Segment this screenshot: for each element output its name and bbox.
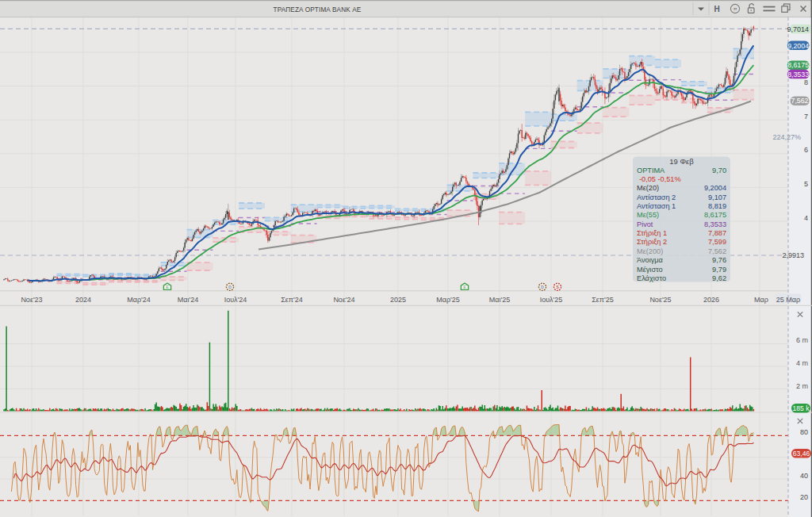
svg-text:224,27%: 224,27%: [772, 133, 801, 141]
svg-text:S: S: [556, 285, 559, 289]
svg-text:Αντίσταση 1: Αντίσταση 1: [637, 202, 676, 210]
svg-text:Ιουλ'24: Ιουλ'24: [224, 296, 247, 304]
svg-text:7: 7: [804, 113, 808, 121]
svg-text:Στήριξη 2: Στήριξη 2: [637, 238, 667, 246]
svg-text:2024: 2024: [75, 296, 91, 304]
svg-text:D: D: [228, 285, 232, 289]
svg-text:2025: 2025: [390, 296, 406, 304]
svg-text:9,62: 9,62: [712, 274, 726, 282]
svg-text:20: 20: [800, 493, 808, 501]
svg-text:H: H: [714, 5, 719, 13]
svg-text:7,562: 7,562: [708, 247, 726, 255]
svg-text:8,819: 8,819: [708, 202, 726, 210]
svg-text:Μαρ'24: Μαρ'24: [127, 296, 151, 304]
svg-text:Μαρ: Μαρ: [754, 296, 768, 304]
svg-text:OPTIMA: OPTIMA: [637, 167, 665, 174]
svg-text:9,107: 9,107: [708, 193, 726, 201]
svg-text:9,70: 9,70: [712, 167, 726, 174]
svg-text:Αντίσταση 2: Αντίσταση 2: [637, 193, 676, 201]
svg-text:2 m: 2 m: [796, 382, 808, 390]
svg-text:6 m: 6 m: [796, 336, 808, 344]
svg-text:5: 5: [804, 180, 808, 188]
svg-text:185 k: 185 k: [793, 404, 810, 412]
svg-text:Μέγιστο: Μέγιστο: [637, 266, 663, 274]
svg-text:D: D: [541, 285, 544, 289]
svg-text:6: 6: [804, 146, 808, 154]
svg-text:”: ”: [733, 6, 737, 17]
svg-text:Σεπ'24: Σεπ'24: [281, 296, 303, 304]
svg-text:Σεπ'25: Σεπ'25: [592, 296, 614, 304]
svg-text:9,2004: 9,2004: [704, 184, 726, 192]
svg-text:Pivot: Pivot: [637, 220, 653, 228]
svg-text:Με(20): Με(20): [637, 184, 659, 192]
svg-text:9,76: 9,76: [712, 256, 726, 264]
svg-text:Μαρ'25: Μαρ'25: [436, 296, 460, 304]
svg-text:9,79: 9,79: [712, 266, 726, 274]
svg-text:8,6175: 8,6175: [787, 61, 809, 69]
svg-text:Ελάχιστο: Ελάχιστο: [637, 274, 666, 282]
svg-text:7,887: 7,887: [708, 229, 726, 237]
svg-text:19 Φεβ: 19 Φεβ: [669, 157, 694, 166]
svg-text:8,6175: 8,6175: [704, 211, 726, 219]
svg-text:2026: 2026: [703, 296, 719, 304]
svg-text:ΤΡΑΠΕΖΑ OPTIMA BANK ΑΕ: ΤΡΑΠΕΖΑ OPTIMA BANK ΑΕ: [274, 6, 362, 13]
svg-text:Μαι'24: Μαι'24: [178, 296, 198, 304]
svg-text:63,46: 63,46: [793, 450, 810, 458]
svg-text:E: E: [166, 285, 169, 289]
svg-text:4: 4: [804, 214, 808, 222]
svg-text:Με(55): Με(55): [637, 211, 659, 219]
svg-text:Νοε'24: Νοε'24: [333, 296, 354, 304]
svg-text:Ιουλ'25: Ιουλ'25: [540, 296, 563, 304]
svg-text:8: 8: [804, 79, 808, 86]
svg-text:Νοε'25: Νοε'25: [649, 296, 671, 304]
svg-text:80: 80: [800, 428, 808, 436]
svg-text:7,599: 7,599: [708, 238, 726, 246]
svg-text:Στήριξη 1: Στήριξη 1: [637, 229, 667, 237]
svg-text:8,3533: 8,3533: [704, 220, 726, 228]
svg-text:-0,05 -0,51%: -0,05 -0,51%: [639, 175, 681, 183]
svg-text:Με(200): Με(200): [637, 247, 663, 255]
svg-text:4 m: 4 m: [796, 359, 808, 367]
svg-text:9,2004: 9,2004: [787, 42, 809, 50]
svg-text:40: 40: [800, 472, 808, 480]
svg-text:9,7014: 9,7014: [787, 25, 809, 33]
svg-text:2,9913: 2,9913: [782, 251, 804, 259]
svg-text:E: E: [463, 285, 466, 289]
svg-text:Μαι'25: Μαι'25: [489, 296, 510, 304]
svg-text:Νοε'23: Νοε'23: [21, 296, 42, 304]
svg-text:8,3533: 8,3533: [787, 71, 809, 79]
svg-text:7,562: 7,562: [791, 97, 808, 105]
svg-text:Άνοιγμα: Άνοιγμα: [637, 256, 664, 264]
